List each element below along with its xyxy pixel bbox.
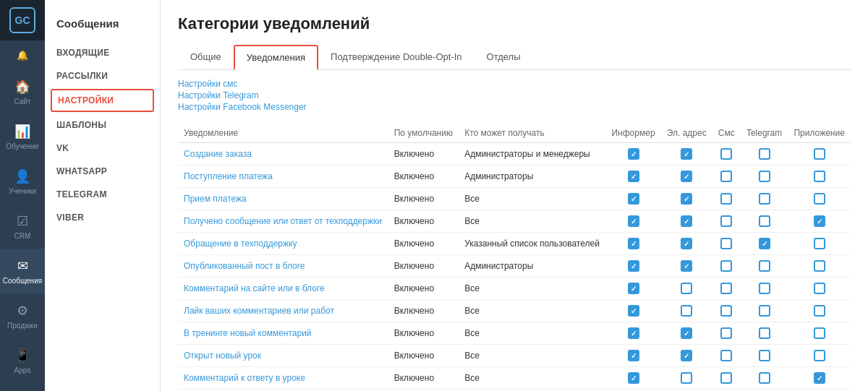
sidebar-item-newsletters[interactable]: РАССЫЛКИ — [45, 64, 160, 87]
notification-cell: Создание заказа — [178, 143, 388, 166]
checkbox[interactable] — [681, 283, 692, 294]
tab-general[interactable]: Общие — [178, 45, 234, 70]
notification-link[interactable]: Обращение в техподдержку — [184, 239, 297, 249]
notification-cell: Получено сообщение или ответ от техподде… — [178, 210, 388, 233]
nav-item-messages[interactable]: ✉ Сообщения — [0, 249, 45, 293]
checkbox[interactable] — [814, 238, 825, 249]
checkbox[interactable] — [720, 283, 732, 294]
checkbox[interactable] — [681, 260, 692, 272]
checkbox[interactable] — [681, 350, 692, 361]
who-receives-cell: Администраторы — [459, 255, 605, 278]
checkbox[interactable] — [814, 171, 825, 182]
sidebar-item-templates[interactable]: ШАБЛОНЫ — [45, 113, 160, 137]
table-row: Прием платежаВключеноВсе — [178, 188, 851, 210]
link-sms-settings[interactable]: Настройки смс — [178, 79, 851, 89]
checkbox[interactable] — [759, 148, 770, 160]
sidebar-item-vk[interactable]: VK — [45, 137, 160, 160]
link-facebook-settings[interactable]: Настройки Facebook Messenger — [178, 102, 851, 112]
sidebar-item-incoming[interactable]: ВХОДЯЩИЕ — [45, 41, 160, 64]
sidebar-item-settings[interactable]: НАСТРОЙКИ — [51, 89, 154, 112]
nav-item-crm[interactable]: ☑ CRM — [0, 204, 45, 249]
checkbox[interactable] — [759, 238, 770, 249]
apps-icon: 📱 — [14, 348, 30, 364]
checkbox[interactable] — [759, 260, 770, 272]
notification-link[interactable]: Прием платежа — [184, 194, 247, 204]
checkbox[interactable] — [759, 305, 770, 317]
checkbox[interactable] — [814, 305, 825, 317]
checkbox[interactable] — [628, 260, 639, 272]
checkbox[interactable] — [720, 193, 732, 205]
telegram-cell — [741, 188, 788, 210]
checkbox[interactable] — [720, 215, 732, 227]
checkbox[interactable] — [759, 193, 770, 205]
checkbox[interactable] — [720, 305, 732, 317]
checkbox[interactable] — [628, 305, 639, 317]
checkbox[interactable] — [628, 372, 639, 384]
checkbox[interactable] — [681, 372, 692, 384]
checkbox[interactable] — [628, 283, 639, 294]
checkbox[interactable] — [814, 148, 825, 160]
notification-cell: В тренинге новый комментарий — [178, 322, 388, 345]
sidebar-item-viber[interactable]: VIBER — [45, 206, 160, 229]
checkbox[interactable] — [759, 283, 770, 294]
notification-link[interactable]: Опубликованный пост в блоге — [184, 261, 305, 271]
checkbox[interactable] — [681, 327, 692, 339]
tab-departments[interactable]: Отделы — [475, 45, 533, 70]
checkbox[interactable] — [720, 260, 732, 272]
checkbox[interactable] — [759, 215, 770, 227]
checkbox[interactable] — [814, 193, 825, 205]
nav-item-education[interactable]: 📊 Обучение — [0, 114, 45, 159]
notification-link[interactable]: Поступление платежа — [184, 171, 273, 181]
notification-link[interactable]: Создание заказа — [184, 149, 252, 159]
notification-link[interactable]: Открыт новый урок — [184, 351, 261, 361]
app-cell — [788, 166, 851, 188]
link-telegram-settings[interactable]: Настройки Telegram — [178, 90, 851, 100]
table-row: Комментарий к ответу в урокеВключеноВсе — [178, 367, 851, 390]
checkbox[interactable] — [628, 171, 639, 182]
checkbox[interactable] — [628, 327, 639, 339]
checkbox[interactable] — [814, 350, 825, 361]
checkbox[interactable] — [720, 171, 732, 182]
sidebar-item-telegram[interactable]: TELEGRAM — [45, 183, 160, 206]
nav-item-students[interactable]: 👤 Ученики — [0, 159, 45, 204]
checkbox[interactable] — [681, 148, 692, 160]
notification-link[interactable]: В тренинге новый комментарий — [184, 328, 312, 338]
nav-item-apps[interactable]: 📱 Apps — [0, 338, 45, 383]
notification-link[interactable]: Комментарий к ответу в уроке — [184, 373, 305, 383]
notification-link[interactable]: Лайк ваших комментариев или работ — [184, 306, 334, 316]
checkbox[interactable] — [628, 215, 639, 227]
checkbox[interactable] — [759, 372, 770, 384]
notification-link[interactable]: Получено сообщение или ответ от техподде… — [184, 216, 382, 226]
checkbox[interactable] — [628, 238, 639, 249]
checkbox[interactable] — [759, 327, 770, 339]
checkbox[interactable] — [681, 171, 692, 182]
checkbox[interactable] — [628, 350, 639, 361]
checkbox[interactable] — [681, 238, 692, 249]
checkbox[interactable] — [720, 372, 732, 384]
checkbox[interactable] — [759, 350, 770, 361]
tab-notifications[interactable]: Уведомления — [234, 45, 318, 70]
app-logo[interactable]: GC — [0, 0, 45, 40]
checkbox[interactable] — [720, 238, 732, 249]
tab-double-opt-in[interactable]: Подтверждение Double-Opt-In — [318, 45, 475, 70]
checkbox[interactable] — [720, 327, 732, 339]
checkbox[interactable] — [814, 215, 825, 227]
notification-link[interactable]: Комментарий на сайте или в блоге — [184, 283, 325, 293]
checkbox[interactable] — [628, 148, 639, 160]
checkbox[interactable] — [814, 372, 825, 384]
checkbox[interactable] — [814, 283, 825, 294]
sidebar-item-whatsapp[interactable]: WHATSAPP — [45, 160, 160, 183]
nav-item-sound[interactable]: 🔔 — [0, 40, 45, 69]
nav-item-sales[interactable]: ⚙ Продажи — [0, 293, 45, 338]
checkbox[interactable] — [681, 193, 692, 205]
checkbox[interactable] — [681, 305, 692, 317]
checkbox[interactable] — [628, 193, 639, 205]
checkbox[interactable] — [681, 215, 692, 227]
checkbox[interactable] — [720, 148, 732, 160]
email-cell — [661, 345, 712, 367]
checkbox[interactable] — [720, 350, 732, 361]
checkbox[interactable] — [759, 171, 770, 182]
checkbox[interactable] — [814, 327, 825, 339]
checkbox[interactable] — [814, 260, 825, 272]
nav-item-site[interactable]: 🏠 Сайт — [0, 69, 45, 114]
